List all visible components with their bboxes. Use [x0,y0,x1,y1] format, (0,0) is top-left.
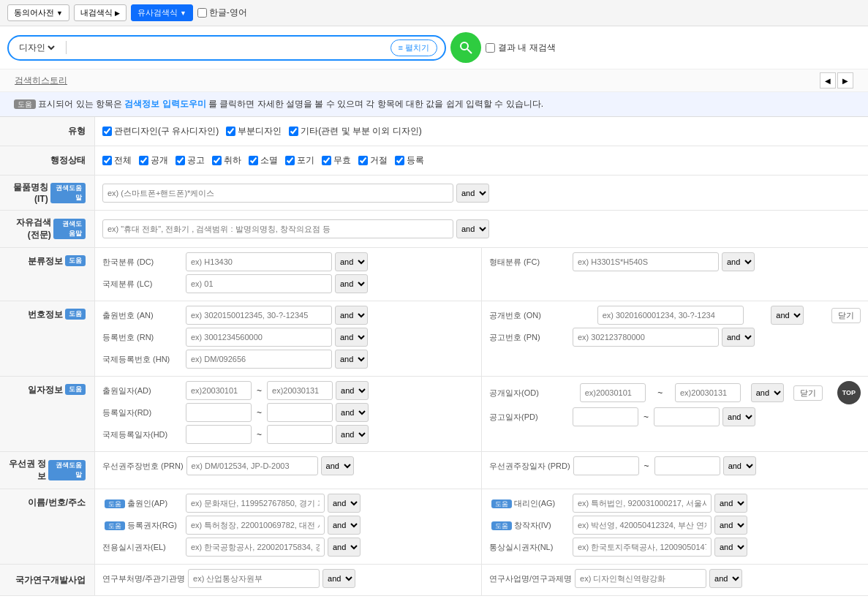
date-apply-and[interactable]: andornot [336,381,369,400]
num-announce-and[interactable]: andornot [722,328,755,347]
free-input[interactable] [102,219,453,238]
date-intl-to[interactable] [267,425,333,444]
status-check-5[interactable]: 포기 [285,154,314,167]
history-label[interactable]: 검색히스토리 [15,75,67,87]
rd-ministry-input[interactable] [188,569,320,588]
goods-and-select[interactable]: and or not [456,184,489,203]
num-open-input[interactable] [597,306,744,325]
result-recheck-checkbox[interactable] [486,43,495,53]
status-check-3[interactable]: 취하 [212,154,241,167]
expand-btn[interactable]: ≡ 펼치기 [390,39,437,56]
new-search-btn[interactable]: 내검색식 ▶ [74,4,127,21]
num-intl-input[interactable] [186,350,332,369]
type-checkbox-1[interactable] [226,127,235,136]
type-check-0[interactable]: 관련디자인(구 유사디자인) [102,125,219,137]
goods-input[interactable] [102,184,453,203]
date-open-from[interactable] [580,383,646,402]
top-btn[interactable]: TOP [837,381,861,404]
cls-domestic-and[interactable]: andornot [335,252,368,271]
name-agent2-and[interactable]: andornot [328,538,361,557]
rd-ministry-and[interactable]: andornot [322,569,355,588]
num-apply-input[interactable] [186,306,332,325]
status-check-8[interactable]: 등록 [395,154,424,167]
priority-date-to[interactable] [654,456,720,475]
name-agent-input[interactable] [573,494,712,513]
num-open-and[interactable]: andornot [771,306,804,325]
info-badge: 도움 [14,99,36,109]
date-open-and[interactable]: andornot [751,383,784,402]
date-reg-from[interactable] [186,403,252,422]
name-holder-and[interactable]: andornot [328,516,361,535]
similar-search-btn[interactable]: 유사검색식 ▼ [131,4,193,21]
nav-next-btn[interactable]: ▶ [837,72,853,88]
date-open-to[interactable] [675,383,741,402]
date-reg-to[interactable] [267,403,333,422]
search-go-btn[interactable] [450,32,481,63]
date-apply-to[interactable] [267,381,333,400]
status-checkbox-2[interactable] [176,156,185,165]
priority-date-and[interactable]: andornot [723,456,756,475]
date-intl-and[interactable]: andornot [336,425,369,444]
free-and-select[interactable]: and or not [456,219,489,238]
date-announce-from[interactable] [573,407,638,426]
collapse-date-btn[interactable]: 닫기 [793,385,823,401]
type-check-1[interactable]: 부분디자인 [226,125,282,137]
name-apply-and[interactable]: andornot [328,494,361,513]
priority-date-from[interactable] [573,456,639,475]
num-reg-input[interactable] [186,328,332,347]
status-checkbox-0[interactable] [102,156,112,165]
status-check-1[interactable]: 공개 [139,154,168,167]
name-creator-and[interactable]: andornot [714,516,747,535]
name-agent2-input[interactable] [186,538,325,557]
status-checkbox-8[interactable] [395,156,404,165]
type-checkbox-2[interactable] [289,127,298,136]
name-apply-input[interactable] [186,494,325,513]
cls-form-input[interactable] [573,252,719,271]
num-apply-and[interactable]: andornot [335,306,368,325]
name-agent-and[interactable]: andornot [714,494,747,513]
korean-english-checkbox[interactable] [197,8,207,18]
collapse-number-btn[interactable]: 닫기 [831,308,861,323]
rd-project-and[interactable]: andornot [709,569,742,588]
search-category-select[interactable]: 디자인 [16,42,57,53]
search-input[interactable] [71,42,390,53]
name-creator-input[interactable] [573,516,712,535]
priority-num-and[interactable]: andornot [321,456,354,475]
date-announce-and[interactable]: andornot [722,407,755,426]
type-checkbox-0[interactable] [102,127,112,136]
name-tongasil-and[interactable]: andornot [714,538,747,557]
status-check-4[interactable]: 소멸 [249,154,278,167]
date-reg-and[interactable]: andornot [336,403,369,422]
status-checkbox-1[interactable] [139,156,148,165]
status-checkbox-6[interactable] [322,156,331,165]
date-row: 일자정보 도움 출원일자(AD) ~ andornot 등록일자(RD) ~ a… [0,377,868,452]
num-reg-and[interactable]: andornot [335,328,368,347]
status-check-2[interactable]: 공고 [176,154,205,167]
date-announce-to[interactable] [654,407,720,426]
info-link[interactable]: 검색정보 입력도우미 [124,99,205,109]
num-intl-and[interactable]: andornot [335,350,368,369]
status-check-6[interactable]: 무효 [322,154,351,167]
nav-prev-btn[interactable]: ◀ [820,72,836,88]
name-tongasil-input[interactable] [573,538,712,557]
status-checkbox-7[interactable] [358,156,368,165]
result-recheck-label[interactable]: 결과 내 재검색 [486,42,556,54]
status-checkbox-3[interactable] [212,156,222,165]
num-announce-input[interactable] [573,328,719,347]
priority-num-input[interactable] [186,456,318,475]
cls-intl-and[interactable]: andornot [335,274,368,293]
cls-intl-input[interactable] [186,274,332,293]
status-check-0[interactable]: 전체 [102,154,132,167]
date-apply-from[interactable] [186,381,252,400]
name-holder-input[interactable] [186,516,325,535]
cls-domestic-input[interactable] [186,252,332,271]
cls-form-and[interactable]: andornot [722,252,755,271]
status-check-7[interactable]: 거절 [358,154,388,167]
korean-english-check-label[interactable]: 한글-영어 [197,7,247,19]
status-checkbox-5[interactable] [285,156,295,165]
rd-project-input[interactable] [575,569,706,588]
date-intl-from[interactable] [186,425,252,444]
thesaurus-btn[interactable]: 동의어사전 ▼ [7,4,69,21]
type-check-2[interactable]: 기타(관련 및 부분 이외 디자인) [289,125,421,137]
status-checkbox-4[interactable] [249,156,258,165]
